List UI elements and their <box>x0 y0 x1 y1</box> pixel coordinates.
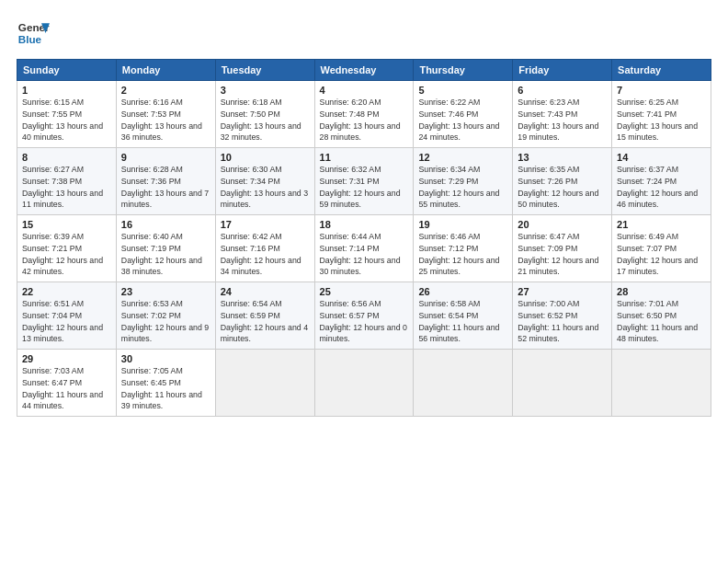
day-number: 4 <box>320 85 409 96</box>
day-number: 11 <box>320 152 409 163</box>
day-info: Sunrise: 6:47 AMSunset: 7:09 PMDaylight:… <box>518 231 607 278</box>
day-info: Sunrise: 6:54 AMSunset: 6:59 PMDaylight:… <box>221 298 310 345</box>
day-number: 20 <box>518 219 607 230</box>
calendar-cell: 7Sunrise: 6:25 AMSunset: 7:41 PMDaylight… <box>612 81 711 148</box>
day-number: 14 <box>617 152 706 163</box>
calendar-cell: 27Sunrise: 7:00 AMSunset: 6:52 PMDayligh… <box>513 282 612 350</box>
day-info: Sunrise: 6:56 AMSunset: 6:57 PMDaylight:… <box>320 298 409 345</box>
col-header-thursday: Thursday <box>414 60 513 81</box>
day-number: 7 <box>617 85 706 96</box>
calendar-cell: 10Sunrise: 6:30 AMSunset: 7:34 PMDayligh… <box>215 148 314 215</box>
day-info: Sunrise: 6:22 AMSunset: 7:46 PMDaylight:… <box>418 97 507 144</box>
svg-text:Blue: Blue <box>18 33 42 45</box>
col-header-friday: Friday <box>513 60 612 81</box>
calendar-cell: 30Sunrise: 7:05 AMSunset: 6:45 PMDayligh… <box>116 350 215 417</box>
day-info: Sunrise: 7:01 AMSunset: 6:50 PMDaylight:… <box>617 298 706 345</box>
calendar-cell: 17Sunrise: 6:42 AMSunset: 7:16 PMDayligh… <box>215 215 314 282</box>
calendar-cell: 26Sunrise: 6:58 AMSunset: 6:54 PMDayligh… <box>414 282 513 350</box>
day-number: 16 <box>121 219 210 230</box>
day-number: 8 <box>22 152 111 163</box>
day-number: 15 <box>22 219 111 230</box>
day-info: Sunrise: 6:51 AMSunset: 7:04 PMDaylight:… <box>22 298 111 345</box>
day-info: Sunrise: 6:25 AMSunset: 7:41 PMDaylight:… <box>617 97 706 144</box>
calendar-cell: 1Sunrise: 6:15 AMSunset: 7:55 PMDaylight… <box>17 81 117 148</box>
calendar-cell <box>215 350 314 417</box>
day-number: 27 <box>518 286 607 297</box>
page-header: General Blue <box>17 17 711 50</box>
calendar-cell: 19Sunrise: 6:46 AMSunset: 7:12 PMDayligh… <box>414 215 513 282</box>
col-header-wednesday: Wednesday <box>314 60 414 81</box>
calendar-cell <box>513 350 612 417</box>
day-number: 1 <box>22 85 111 96</box>
calendar-week-3: 15Sunrise: 6:39 AMSunset: 7:21 PMDayligh… <box>17 215 711 282</box>
calendar-cell: 28Sunrise: 7:01 AMSunset: 6:50 PMDayligh… <box>612 282 711 350</box>
day-number: 9 <box>121 152 210 163</box>
calendar-cell: 23Sunrise: 6:53 AMSunset: 7:02 PMDayligh… <box>116 282 215 350</box>
day-number: 30 <box>121 353 210 364</box>
day-number: 17 <box>221 219 310 230</box>
day-info: Sunrise: 6:16 AMSunset: 7:53 PMDaylight:… <box>121 97 210 144</box>
day-info: Sunrise: 6:28 AMSunset: 7:36 PMDaylight:… <box>121 164 210 211</box>
day-info: Sunrise: 6:46 AMSunset: 7:12 PMDaylight:… <box>418 231 507 278</box>
day-number: 2 <box>121 85 210 96</box>
day-info: Sunrise: 6:37 AMSunset: 7:24 PMDaylight:… <box>617 164 706 211</box>
calendar-cell: 14Sunrise: 6:37 AMSunset: 7:24 PMDayligh… <box>612 148 711 215</box>
day-info: Sunrise: 6:44 AMSunset: 7:14 PMDaylight:… <box>320 231 409 278</box>
calendar-week-2: 8Sunrise: 6:27 AMSunset: 7:38 PMDaylight… <box>17 148 711 215</box>
calendar-cell: 12Sunrise: 6:34 AMSunset: 7:29 PMDayligh… <box>414 148 513 215</box>
day-info: Sunrise: 6:39 AMSunset: 7:21 PMDaylight:… <box>22 231 111 278</box>
day-number: 25 <box>320 286 409 297</box>
day-number: 24 <box>221 286 310 297</box>
day-info: Sunrise: 6:18 AMSunset: 7:50 PMDaylight:… <box>221 97 310 144</box>
day-info: Sunrise: 6:34 AMSunset: 7:29 PMDaylight:… <box>418 164 507 211</box>
calendar-cell: 13Sunrise: 6:35 AMSunset: 7:26 PMDayligh… <box>513 148 612 215</box>
day-info: Sunrise: 6:15 AMSunset: 7:55 PMDaylight:… <box>22 97 111 144</box>
calendar-week-1: 1Sunrise: 6:15 AMSunset: 7:55 PMDaylight… <box>17 81 711 148</box>
day-info: Sunrise: 6:58 AMSunset: 6:54 PMDaylight:… <box>418 298 507 345</box>
day-number: 13 <box>518 152 607 163</box>
calendar-cell: 24Sunrise: 6:54 AMSunset: 6:59 PMDayligh… <box>215 282 314 350</box>
calendar-cell: 9Sunrise: 6:28 AMSunset: 7:36 PMDaylight… <box>116 148 215 215</box>
calendar-cell: 29Sunrise: 7:03 AMSunset: 6:47 PMDayligh… <box>17 350 117 417</box>
day-number: 6 <box>518 85 607 96</box>
day-info: Sunrise: 6:35 AMSunset: 7:26 PMDaylight:… <box>518 164 607 211</box>
calendar-cell <box>414 350 513 417</box>
day-info: Sunrise: 7:00 AMSunset: 6:52 PMDaylight:… <box>518 298 607 345</box>
day-number: 21 <box>617 219 706 230</box>
day-info: Sunrise: 6:23 AMSunset: 7:43 PMDaylight:… <box>518 97 607 144</box>
day-info: Sunrise: 6:20 AMSunset: 7:48 PMDaylight:… <box>320 97 409 144</box>
calendar-cell: 18Sunrise: 6:44 AMSunset: 7:14 PMDayligh… <box>314 215 414 282</box>
day-number: 23 <box>121 286 210 297</box>
calendar-header-row: SundayMondayTuesdayWednesdayThursdayFrid… <box>17 60 711 81</box>
calendar-cell: 8Sunrise: 6:27 AMSunset: 7:38 PMDaylight… <box>17 148 117 215</box>
day-info: Sunrise: 6:49 AMSunset: 7:07 PMDaylight:… <box>617 231 706 278</box>
calendar-cell: 16Sunrise: 6:40 AMSunset: 7:19 PMDayligh… <box>116 215 215 282</box>
calendar-table: SundayMondayTuesdayWednesdayThursdayFrid… <box>17 59 711 417</box>
day-number: 29 <box>22 353 111 364</box>
calendar-cell: 15Sunrise: 6:39 AMSunset: 7:21 PMDayligh… <box>17 215 117 282</box>
day-number: 12 <box>418 152 507 163</box>
day-info: Sunrise: 7:05 AMSunset: 6:45 PMDaylight:… <box>121 365 210 412</box>
day-info: Sunrise: 6:53 AMSunset: 7:02 PMDaylight:… <box>121 298 210 345</box>
calendar-cell: 20Sunrise: 6:47 AMSunset: 7:09 PMDayligh… <box>513 215 612 282</box>
calendar-week-4: 22Sunrise: 6:51 AMSunset: 7:04 PMDayligh… <box>17 282 711 350</box>
col-header-sunday: Sunday <box>17 60 117 81</box>
calendar-cell: 25Sunrise: 6:56 AMSunset: 6:57 PMDayligh… <box>314 282 414 350</box>
calendar-cell <box>314 350 414 417</box>
calendar-cell <box>612 350 711 417</box>
calendar-cell: 4Sunrise: 6:20 AMSunset: 7:48 PMDaylight… <box>314 81 414 148</box>
col-header-saturday: Saturday <box>612 60 711 81</box>
col-header-monday: Monday <box>116 60 215 81</box>
calendar-cell: 5Sunrise: 6:22 AMSunset: 7:46 PMDaylight… <box>414 81 513 148</box>
calendar-cell: 21Sunrise: 6:49 AMSunset: 7:07 PMDayligh… <box>612 215 711 282</box>
calendar-cell: 2Sunrise: 6:16 AMSunset: 7:53 PMDaylight… <box>116 81 215 148</box>
day-info: Sunrise: 6:40 AMSunset: 7:19 PMDaylight:… <box>121 231 210 278</box>
logo-icon: General Blue <box>17 17 50 50</box>
calendar-cell: 3Sunrise: 6:18 AMSunset: 7:50 PMDaylight… <box>215 81 314 148</box>
day-info: Sunrise: 6:42 AMSunset: 7:16 PMDaylight:… <box>221 231 310 278</box>
calendar-cell: 11Sunrise: 6:32 AMSunset: 7:31 PMDayligh… <box>314 148 414 215</box>
day-number: 28 <box>617 286 706 297</box>
calendar-cell: 22Sunrise: 6:51 AMSunset: 7:04 PMDayligh… <box>17 282 117 350</box>
day-info: Sunrise: 6:27 AMSunset: 7:38 PMDaylight:… <box>22 164 111 211</box>
calendar-cell: 6Sunrise: 6:23 AMSunset: 7:43 PMDaylight… <box>513 81 612 148</box>
